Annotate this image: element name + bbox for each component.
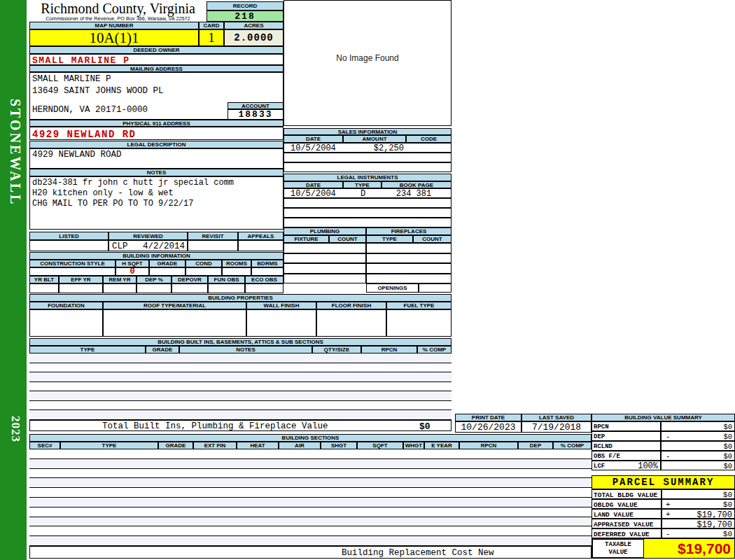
sale-date: 10/5/2004	[290, 144, 336, 153]
no-image-message: No Image Found	[284, 51, 451, 65]
eff-yr-value	[59, 284, 103, 293]
building-sections-title: BUILDING SECTIONS	[29, 434, 592, 442]
col-bi-notes: NOTES	[179, 346, 312, 354]
col-sqft: SQFT	[357, 442, 403, 449]
print-date-value: 10/26/2023	[455, 421, 522, 433]
sales-row-3	[284, 162, 451, 172]
image-panel: No Image Found	[284, 0, 451, 126]
fun-obs-value	[208, 284, 245, 293]
footer-row: Building Replacement Cost New	[29, 546, 592, 559]
acres-label: ACRES	[224, 22, 284, 29]
record-value: 218	[206, 10, 284, 22]
reviewed-label: REVIEWED	[108, 232, 188, 240]
reviewed-value: CLP 4/2/2014	[108, 240, 188, 251]
building-section-row	[29, 498, 592, 507]
depovr-value	[172, 284, 208, 293]
col-yr-blt: YR BLT	[29, 276, 59, 284]
construction-style-value	[29, 267, 115, 276]
floor-finish-value	[316, 309, 386, 337]
col-roof-type: ROOF TYPE/MATERIAL	[103, 302, 246, 309]
ps-value-land: + $19,700	[662, 509, 735, 519]
dep-pct-value	[136, 284, 172, 293]
fireplaces-title: FIREPLACES	[366, 227, 451, 235]
ps-value-obldg: + $0	[662, 499, 735, 509]
rooms-value	[222, 267, 251, 276]
col-fireplace-count: COUNT	[413, 235, 451, 243]
ps-value-appraised: $19,700	[662, 519, 735, 528]
bvs-value-rpcn: $0	[661, 421, 735, 431]
col-fun-obs: FUN OBS	[208, 276, 245, 284]
col-bi-qty: QTY/SIZE	[312, 346, 361, 354]
fireplace-row	[366, 253, 451, 264]
col-cond: COND	[186, 260, 222, 267]
taxable-value-row: TAXABLE VALUE $19,700	[592, 538, 735, 559]
col-rem-yr: REM YR	[103, 276, 136, 284]
bvs-label-rclnd: RCLND	[592, 441, 661, 451]
tax-year: 2023	[6, 406, 22, 452]
appeals-label: APPEALS	[238, 232, 284, 240]
building-section-row	[29, 517, 592, 527]
parcel-summary-title: PARCEL SUMMARY	[592, 475, 735, 489]
print-date-label: PRINT DATE	[455, 414, 522, 421]
col-wall-finish: WALL FINISH	[246, 302, 316, 309]
col-sales-date: DATE	[284, 135, 343, 143]
li-type: D	[344, 189, 382, 198]
appeals-value	[238, 240, 284, 251]
notes-label: NOTES	[29, 169, 284, 176]
built-ins-total-row: Total Built Ins, Plumbing & Fireplace Va…	[29, 420, 451, 431]
col-hsqft: H SQFT	[115, 260, 149, 267]
col-eco-obs: ECO OBS	[245, 276, 284, 284]
ps-value-deferred: - $0	[662, 528, 735, 538]
mailing-line-1: SMALL MARLINE P	[32, 74, 242, 84]
acres-value: 2.0000	[224, 29, 284, 46]
col-sales-code: CODE	[406, 135, 451, 143]
legal-instrument-row-4	[284, 218, 451, 227]
roof-type-value	[103, 309, 246, 337]
bdrms-value	[251, 267, 284, 276]
fireplace-row	[366, 263, 451, 274]
physical-address-value: 4929 NEWLAND RD	[29, 127, 284, 140]
taxable-value-amount: $19,700	[678, 540, 731, 557]
col-shgt: SHGT	[321, 442, 357, 449]
col-bi-grade: GRADE	[146, 346, 179, 354]
built-ins-total-label: Total Built Ins, Plumbing & Fireplace Va…	[102, 421, 328, 431]
built-ins-row	[29, 401, 451, 411]
county-title: Richmond County, Virginia	[29, 1, 206, 15]
openings-label: OPENINGS	[366, 284, 419, 293]
plumbing-row	[284, 274, 366, 284]
bvs-value-obs: - $0	[661, 451, 735, 461]
foundation-value	[29, 309, 103, 337]
col-heat: HEAT	[237, 442, 279, 449]
col-grade: GRADE	[149, 260, 186, 267]
rem-yr-value	[103, 284, 136, 293]
building-information-title: BUILDING INFORMATION	[29, 252, 284, 260]
map-number-label: MAP NUMBER	[29, 22, 199, 29]
building-section-row	[29, 488, 592, 498]
fireplace-row	[366, 274, 451, 284]
cond-value	[186, 267, 222, 276]
ps-value-total-bldg: $0	[662, 489, 735, 499]
property-record-card: STONEWALL 2023 Richmond County, Virginia…	[0, 0, 735, 560]
ps-label-total-bldg: TOTAL BLDG VALUE	[592, 489, 662, 499]
lcf-percent: 100%	[638, 461, 658, 470]
col-eff-yr: EFF YR	[59, 276, 103, 284]
listed-value	[29, 240, 108, 251]
reviewed-by: CLP	[112, 241, 128, 251]
wall-finish-value	[246, 309, 316, 337]
legal-instrument-row-2	[284, 198, 451, 208]
building-properties-title: BUILDING PROPERTIES	[29, 294, 451, 302]
hsqft-value: 0	[115, 267, 149, 276]
bvs-value-lcf: $0	[661, 461, 735, 470]
card-label: CARD	[199, 22, 224, 29]
col-li-bookpage: BOOK PAGE	[382, 181, 451, 188]
col-bdrms: BDRMS	[251, 260, 284, 267]
legal-instruments-title: LEGAL INSTRUMENTS	[284, 174, 451, 181]
building-section-row	[29, 507, 592, 517]
col-ext-fin: EXT FIN	[193, 442, 237, 449]
col-construction-style: CONSTRUCTION STYLE	[29, 260, 115, 267]
built-ins-row	[29, 382, 451, 392]
reviewed-date: 4/2/2014	[143, 241, 185, 251]
building-section-row	[29, 449, 592, 459]
col-li-date: DATE	[284, 181, 343, 188]
legal-description-label: LEGAL DESCRIPTION	[29, 141, 284, 148]
